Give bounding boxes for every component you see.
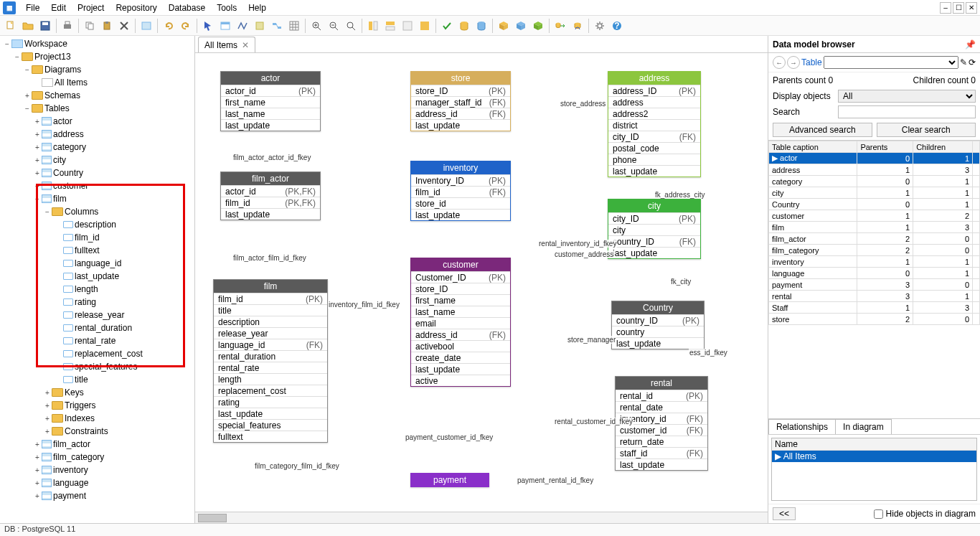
tree-table-address[interactable]: +address bbox=[3, 128, 194, 141]
tree-triggers[interactable]: +Triggers bbox=[3, 399, 194, 412]
layout2-icon[interactable] bbox=[382, 18, 398, 34]
grid-icon[interactable] bbox=[286, 18, 302, 34]
hide-objects-checkbox[interactable]: Hide objects in diagram bbox=[874, 509, 976, 519]
menu-file[interactable]: File bbox=[20, 1, 45, 14]
nav-fwd-icon[interactable]: → bbox=[787, 56, 800, 69]
refresh-icon[interactable]: ⟳ bbox=[969, 57, 976, 67]
sync-icon[interactable] bbox=[570, 18, 585, 34]
help-icon[interactable]: ? bbox=[609, 18, 625, 34]
tree-column-rating[interactable]: rating bbox=[3, 296, 194, 309]
link-icon[interactable] bbox=[269, 18, 285, 34]
tree-table-payment[interactable]: +payment bbox=[3, 489, 194, 502]
advanced-search-button[interactable]: Advanced search bbox=[773, 123, 872, 137]
canvas-scroll[interactable]: actoractor_id(PK)first_namelast_namelast… bbox=[195, 53, 768, 512]
add-relation-icon[interactable] bbox=[235, 18, 250, 34]
tree-column-length[interactable]: length bbox=[3, 283, 194, 296]
list-item[interactable]: ▶ All Items bbox=[772, 451, 976, 462]
tree-workspace[interactable]: −Workspace bbox=[3, 37, 194, 50]
menu-repository[interactable]: Repository bbox=[110, 1, 162, 14]
zoom-fit-icon[interactable] bbox=[343, 18, 359, 34]
grid-row[interactable]: store20 bbox=[769, 314, 980, 325]
grid-header-children[interactable]: Children bbox=[913, 141, 973, 153]
menu-database[interactable]: Database bbox=[163, 1, 211, 14]
tree-all-items[interactable]: All Items bbox=[3, 76, 194, 89]
tree-column-rental_rate[interactable]: rental_rate bbox=[3, 334, 194, 347]
grid-row[interactable]: inventory11 bbox=[769, 256, 980, 268]
open-icon[interactable] bbox=[20, 18, 36, 34]
back-button[interactable]: << bbox=[773, 507, 796, 520]
print-icon[interactable] bbox=[60, 18, 75, 34]
tree-column-film_id[interactable]: film_id bbox=[3, 231, 194, 244]
entity-address[interactable]: addressaddress_ID(PK)addressaddress2dist… bbox=[608, 71, 701, 177]
tree-table-city[interactable]: +city bbox=[3, 154, 194, 166]
tree-table-customer[interactable]: +customer bbox=[3, 179, 194, 192]
menu-tools[interactable]: Tools bbox=[211, 1, 242, 14]
tab-in-diagram[interactable]: In diagram bbox=[835, 419, 892, 434]
cut-icon[interactable] bbox=[116, 18, 132, 34]
paste-icon[interactable] bbox=[99, 18, 115, 34]
tree-keys[interactable]: +Keys bbox=[3, 386, 194, 399]
tree-schemas[interactable]: +Schemas bbox=[3, 89, 194, 102]
copy-icon[interactable] bbox=[82, 18, 98, 34]
entity-store[interactable]: storestore_ID(PK)manager_staff_id(FK)add… bbox=[410, 71, 511, 131]
grid-row[interactable]: film_actor20 bbox=[769, 233, 980, 245]
tree-table-film[interactable]: −film bbox=[3, 192, 194, 205]
tree-table-actor[interactable]: +actor bbox=[3, 115, 194, 128]
tree-column-special_features[interactable]: special_features bbox=[3, 360, 194, 373]
grid-row[interactable]: film13 bbox=[769, 222, 980, 233]
tree-column-rental_duration[interactable]: rental_duration bbox=[3, 321, 194, 334]
new-icon[interactable] bbox=[3, 18, 19, 34]
close-window-button[interactable]: ✕ bbox=[966, 2, 977, 14]
transfer-icon[interactable] bbox=[552, 18, 568, 34]
tree-column-fulltext[interactable]: fulltext bbox=[3, 244, 194, 257]
edit-icon[interactable]: ✎ bbox=[960, 57, 967, 67]
tree-table-category[interactable]: +category bbox=[3, 141, 194, 154]
tree-project[interactable]: −Project13 bbox=[3, 50, 194, 63]
validate-icon[interactable] bbox=[138, 18, 154, 34]
grid-row[interactable]: Staff13 bbox=[769, 302, 980, 314]
tree-table-Country[interactable]: +Country bbox=[3, 166, 194, 179]
grid-header-parents[interactable]: Parents bbox=[857, 141, 913, 153]
entity-Country[interactable]: Countrycountry_ID(PK)countrylast_update bbox=[611, 301, 705, 349]
clear-search-button[interactable]: Clear search bbox=[877, 123, 976, 137]
relationships-list[interactable]: Name ▶ All Items bbox=[771, 438, 977, 501]
grid-row[interactable]: payment30 bbox=[769, 279, 980, 291]
entity-film_actor[interactable]: film_actoractor_id(PK,FK)film_id(PK,FK)l… bbox=[220, 171, 321, 220]
db2-icon[interactable] bbox=[473, 18, 489, 34]
grid-row[interactable]: address13 bbox=[769, 164, 980, 176]
tree-constraints[interactable]: +Constraints bbox=[3, 425, 194, 438]
layout4-icon[interactable] bbox=[417, 18, 433, 34]
grid-row[interactable]: category01 bbox=[769, 176, 980, 187]
layout1-icon[interactable] bbox=[365, 18, 381, 34]
tree-diagrams[interactable]: −Diagrams bbox=[3, 63, 194, 76]
settings-icon[interactable] bbox=[592, 18, 608, 34]
check-icon[interactable] bbox=[439, 18, 455, 34]
zoom-in-icon[interactable] bbox=[308, 18, 324, 34]
maximize-button[interactable]: ☐ bbox=[953, 2, 964, 14]
add-table-icon[interactable] bbox=[217, 18, 233, 34]
layout3-icon[interactable] bbox=[400, 18, 415, 34]
menu-edit[interactable]: Edit bbox=[45, 1, 72, 14]
tab-close-icon[interactable]: ✕ bbox=[242, 40, 249, 50]
grid-row[interactable]: rental31 bbox=[769, 291, 980, 302]
tree-column-title[interactable]: title bbox=[3, 373, 194, 386]
menu-help[interactable]: Help bbox=[242, 1, 272, 14]
entity-customer[interactable]: customerCustomer_ID(PK)store_IDfirst_nam… bbox=[410, 258, 511, 387]
nav-back-icon[interactable]: ← bbox=[773, 56, 786, 69]
undo-icon[interactable] bbox=[161, 18, 176, 34]
tree-table-language[interactable]: +language bbox=[3, 476, 194, 489]
menu-project[interactable]: Project bbox=[72, 1, 110, 14]
grid-row[interactable]: city11 bbox=[769, 187, 980, 199]
entity-city[interactable]: citycity_ID(PK)citycountry_ID(FK)last_up… bbox=[608, 199, 701, 259]
grid-row[interactable]: language01 bbox=[769, 268, 980, 279]
pin-icon[interactable]: 📌 bbox=[965, 39, 976, 50]
tree-column-replacement_cost[interactable]: replacement_cost bbox=[3, 347, 194, 360]
tree-indexes[interactable]: +Indexes bbox=[3, 412, 194, 425]
grid-row[interactable]: ▶ actor01 bbox=[769, 153, 980, 164]
pointer-icon[interactable] bbox=[200, 18, 216, 34]
db-icon[interactable] bbox=[456, 18, 472, 34]
tree-column-description[interactable]: description bbox=[3, 218, 194, 231]
entity-payment[interactable]: payment bbox=[410, 473, 489, 487]
entity-film[interactable]: filmfilm_id(PK)titledescriptionrelease_y… bbox=[213, 279, 328, 443]
grid-row[interactable]: customer12 bbox=[769, 210, 980, 222]
